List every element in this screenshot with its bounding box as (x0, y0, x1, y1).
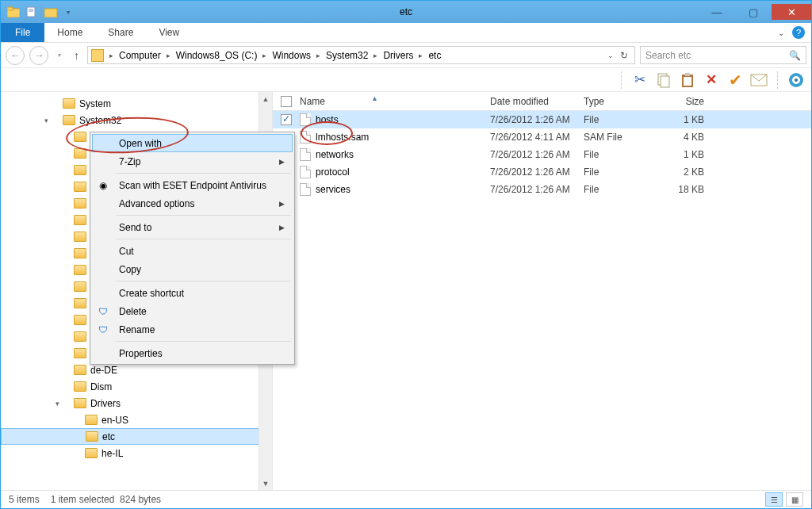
column-size[interactable]: Size (677, 96, 717, 107)
expand-icon[interactable]: ▾ (42, 116, 51, 124)
folder-icon (74, 298, 86, 308)
expand-icon[interactable] (53, 365, 62, 374)
copy-icon[interactable] (655, 71, 672, 89)
select-all-checkbox[interactable] (281, 96, 292, 107)
column-date[interactable]: Date modified (490, 96, 584, 107)
expand-icon[interactable] (53, 132, 62, 141)
chevron-right-icon[interactable]: ▸ (314, 52, 323, 59)
menu-create-shortcut[interactable]: Create shortcut (92, 284, 293, 302)
chevron-right-icon[interactable]: ▸ (260, 52, 269, 59)
expand-ribbon-icon[interactable]: ⌄ (778, 29, 784, 37)
new-folder-icon[interactable] (43, 4, 59, 20)
help-icon[interactable]: ? (792, 26, 805, 39)
breadcrumb-segment[interactable]: System32 (323, 50, 371, 61)
search-icon: 🔍 (789, 50, 801, 61)
menu-properties[interactable]: Properties (92, 344, 293, 362)
file-row[interactable]: networks7/26/2012 1:26 AMFile1 KB (273, 146, 811, 163)
cut-icon[interactable]: ✂ (631, 71, 649, 89)
menu-open-with[interactable]: Open with (92, 134, 293, 152)
expand-icon[interactable] (53, 332, 62, 341)
chevron-right-icon[interactable]: ▸ (107, 52, 116, 59)
file-row[interactable]: ✓hosts7/26/2012 1:26 AMFile1 KB (273, 111, 811, 128)
tab-file[interactable]: File (1, 23, 44, 42)
breadcrumb[interactable]: ▸ Computer▸ Windows8_OS (C:)▸ Windows▸ S… (87, 46, 635, 64)
expand-icon[interactable] (53, 382, 62, 391)
file-row[interactable]: services7/26/2012 1:26 AMFile18 KB (273, 181, 811, 198)
svg-rect-2 (27, 7, 35, 17)
recent-locations-icon[interactable]: ▾ (53, 49, 66, 62)
forward-button[interactable]: → (29, 46, 48, 65)
properties-icon[interactable] (23, 4, 39, 20)
minimize-button[interactable]: — (699, 4, 735, 20)
row-checkbox[interactable]: ✓ (281, 114, 292, 125)
back-button[interactable]: ← (6, 46, 25, 65)
expand-icon[interactable] (53, 316, 62, 324)
qat-dropdown-icon[interactable]: ▾ (60, 4, 76, 20)
breadcrumb-segment[interactable]: Windows8_OS (C:) (173, 50, 261, 61)
email-icon[interactable] (750, 71, 768, 89)
refresh-icon[interactable]: ↻ (620, 50, 628, 61)
delete-icon[interactable]: ✕ (703, 71, 720, 89)
scroll-down-icon[interactable]: ▼ (259, 476, 272, 490)
menu-rename[interactable]: 🛡Rename (92, 320, 293, 339)
file-row[interactable]: protocol7/26/2012 1:26 AMFile2 KB (273, 163, 811, 181)
expand-icon[interactable] (53, 349, 62, 358)
chevron-right-icon[interactable]: ▸ (164, 52, 173, 59)
expand-icon[interactable] (64, 449, 73, 457)
chevron-right-icon[interactable]: ▸ (371, 52, 380, 59)
expand-icon[interactable] (53, 249, 62, 258)
tree-item[interactable]: he-IL (1, 445, 272, 461)
expand-icon[interactable] (65, 432, 74, 441)
tree-item[interactable]: System (1, 95, 272, 112)
column-name[interactable]: Name▲ (300, 96, 490, 107)
tree-item[interactable]: ▾System32 (1, 112, 272, 128)
breadcrumb-segment[interactable]: Computer (116, 50, 164, 61)
expand-icon[interactable] (53, 166, 62, 174)
tab-share[interactable]: Share (95, 23, 146, 42)
tree-item[interactable]: ▾Drivers (1, 395, 272, 411)
up-button[interactable]: ↑ (71, 49, 82, 62)
expand-icon[interactable] (53, 299, 62, 308)
menu-7zip[interactable]: 7-Zip▶ (92, 152, 293, 170)
breadcrumb-segment[interactable]: Drivers (380, 50, 416, 61)
chevron-right-icon[interactable]: ▸ (416, 52, 425, 59)
file-date: 7/26/2012 4:11 AM (490, 132, 584, 143)
tab-home[interactable]: Home (44, 23, 95, 42)
scroll-up-icon[interactable]: ▲ (259, 92, 272, 105)
expand-icon[interactable] (53, 282, 62, 291)
expand-icon[interactable] (64, 415, 73, 424)
menu-copy[interactable]: Copy (92, 260, 293, 278)
menu-delete[interactable]: 🛡Delete (92, 302, 293, 320)
menu-cut[interactable]: Cut (92, 242, 293, 260)
expand-icon[interactable] (53, 149, 62, 158)
folder-icon (63, 115, 75, 125)
expand-icon[interactable]: ▾ (53, 399, 62, 408)
column-type[interactable]: Type (584, 96, 677, 107)
maximize-button[interactable]: ▢ (735, 4, 772, 20)
rename-icon[interactable]: ✔ (726, 71, 744, 89)
expand-icon[interactable] (42, 99, 51, 108)
details-view-button[interactable]: ☰ (765, 492, 783, 507)
file-row[interactable]: lmhosts.sam7/26/2012 4:11 AMSAM File4 KB (273, 128, 811, 146)
eset-icon[interactable] (787, 71, 805, 89)
file-date: 7/26/2012 1:26 AM (490, 166, 584, 178)
expand-icon[interactable] (53, 266, 62, 274)
tree-item[interactable]: en-US (1, 411, 272, 428)
expand-icon[interactable] (53, 182, 62, 191)
tree-item[interactable]: Dism (1, 378, 272, 395)
paste-icon[interactable] (679, 71, 696, 89)
icons-view-button[interactable]: ▦ (786, 492, 803, 507)
menu-advanced[interactable]: Advanced options▶ (92, 194, 293, 212)
tree-item[interactable]: etc (1, 428, 272, 445)
breadcrumb-segment[interactable]: Windows (269, 50, 314, 61)
close-button[interactable]: ✕ (772, 4, 811, 20)
expand-icon[interactable] (53, 232, 62, 241)
search-input[interactable]: Search etc 🔍 (640, 46, 806, 64)
menu-scan-eset[interactable]: ◉Scan with ESET Endpoint Antivirus (92, 176, 293, 194)
expand-icon[interactable] (53, 199, 62, 208)
breadcrumb-segment[interactable]: etc (425, 50, 444, 61)
menu-send-to[interactable]: Send to▶ (92, 218, 293, 236)
tab-view[interactable]: View (146, 23, 192, 42)
expand-icon[interactable] (53, 216, 62, 224)
dropdown-icon[interactable]: ⌄ (607, 52, 614, 59)
